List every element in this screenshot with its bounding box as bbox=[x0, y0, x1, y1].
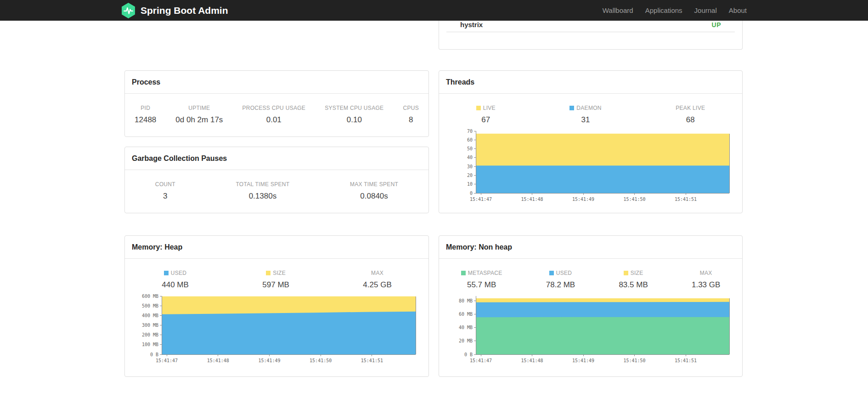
nav-item-applications[interactable]: Applications bbox=[639, 6, 688, 14]
svg-text:15:41:50: 15:41:50 bbox=[310, 358, 332, 363]
svg-text:0 B: 0 B bbox=[150, 352, 158, 357]
svg-text:15:41:48: 15:41:48 bbox=[521, 358, 543, 363]
svg-text:15:41:49: 15:41:49 bbox=[258, 358, 280, 363]
metric-nonheap-max: MAX 1.33 GB bbox=[692, 270, 720, 290]
svg-text:300 MB: 300 MB bbox=[142, 323, 158, 328]
metric-label: LIVE bbox=[476, 105, 496, 111]
memory-nonheap-area-chart: 0 B20 MB40 MB60 MB80 MB15:41:4715:41:481… bbox=[439, 292, 742, 369]
metric-threads-live: LIVE 67 bbox=[476, 105, 496, 125]
memory-heap-panel: Memory: Heap USED 440 MB SIZE 597 MB MAX… bbox=[124, 235, 429, 377]
nav-item-wallboard[interactable]: Wallboard bbox=[597, 6, 639, 14]
metric-label: MAX bbox=[692, 270, 720, 276]
svg-text:100 MB: 100 MB bbox=[142, 342, 158, 347]
metric-value: 68 bbox=[676, 115, 705, 125]
metric-value: 0d 0h 2m 17s bbox=[175, 115, 223, 125]
metric-heap-used: USED 440 MB bbox=[162, 270, 189, 290]
memory-nonheap-panel: Memory: Non heap METASPACE 55.7 MB USED … bbox=[439, 235, 743, 377]
metric-value: 83.5 MB bbox=[619, 280, 648, 290]
gc-panel-title: Garbage Collection Pauses bbox=[125, 147, 428, 170]
metric-value: 31 bbox=[569, 115, 601, 125]
svg-text:15:41:50: 15:41:50 bbox=[623, 197, 645, 202]
svg-text:40 MB: 40 MB bbox=[459, 325, 473, 330]
svg-text:15:41:49: 15:41:49 bbox=[572, 358, 594, 363]
svg-text:0: 0 bbox=[470, 191, 473, 196]
daemon-legend-swatch bbox=[569, 106, 574, 110]
used-legend-swatch bbox=[549, 271, 554, 275]
application-name[interactable]: hystrix bbox=[460, 21, 483, 28]
nonheap-panel-title: Memory: Non heap bbox=[439, 236, 742, 259]
svg-text:15:41:51: 15:41:51 bbox=[361, 358, 383, 363]
metric-label: SIZE bbox=[262, 270, 289, 276]
memory-heap-area-chart: 0 B100 MB200 MB300 MB400 MB500 MB600 MB1… bbox=[125, 292, 428, 369]
svg-text:15:41:47: 15:41:47 bbox=[470, 197, 492, 202]
nav-links: Wallboard Applications Journal About bbox=[597, 6, 747, 14]
metric-threads-daemon: DAEMON 31 bbox=[569, 105, 601, 125]
svg-text:70: 70 bbox=[467, 129, 473, 134]
svg-text:20 MB: 20 MB bbox=[459, 338, 473, 343]
metaspace-legend-swatch bbox=[461, 271, 466, 275]
metric-label: MAX bbox=[363, 270, 391, 276]
metric-label-text: SIZE bbox=[631, 270, 643, 276]
applications-status-panel: hystrix UP bbox=[439, 17, 743, 50]
metric-label: CPUS bbox=[403, 105, 419, 111]
nav-item-journal[interactable]: Journal bbox=[688, 6, 723, 14]
nav-item-about[interactable]: About bbox=[723, 6, 747, 14]
gc-pauses-panel: Garbage Collection Pauses COUNT 3 TOTAL … bbox=[124, 147, 429, 213]
metric-label: PID bbox=[135, 105, 156, 111]
metric-value: 0.1380s bbox=[236, 192, 289, 201]
metric-value: 0.0840s bbox=[350, 192, 398, 201]
size-legend-swatch bbox=[266, 271, 271, 275]
navbar: Spring Boot Admin Wallboard Applications… bbox=[0, 0, 868, 21]
metric-value: 440 MB bbox=[162, 280, 189, 290]
metric-label-text: LIVE bbox=[483, 105, 496, 111]
application-status-badge: UP bbox=[712, 21, 721, 28]
svg-text:15:41:48: 15:41:48 bbox=[521, 197, 543, 202]
metric-heap-size: SIZE 597 MB bbox=[262, 270, 289, 290]
svg-text:400 MB: 400 MB bbox=[142, 313, 158, 318]
svg-text:50: 50 bbox=[467, 146, 473, 151]
svg-text:80 MB: 80 MB bbox=[459, 298, 473, 303]
live-legend-swatch bbox=[476, 106, 481, 110]
metric-cpus: CPUS 8 bbox=[403, 105, 419, 125]
svg-text:15:41:49: 15:41:49 bbox=[572, 197, 594, 202]
metric-value: 67 bbox=[476, 115, 496, 125]
metric-uptime: UPTIME 0d 0h 2m 17s bbox=[175, 105, 223, 125]
svg-text:30: 30 bbox=[467, 164, 473, 169]
process-metrics: PID 12488 UPTIME 0d 0h 2m 17s PROCESS CP… bbox=[125, 94, 428, 125]
svg-text:600 MB: 600 MB bbox=[142, 294, 158, 299]
metric-label: DAEMON bbox=[569, 105, 601, 111]
metric-label-text: PEAK LIVE bbox=[676, 105, 705, 111]
threads-area-chart: 01020304050607015:41:4715:41:4815:41:491… bbox=[439, 127, 742, 207]
metric-label: SYSTEM CPU USAGE bbox=[325, 105, 383, 111]
metric-label: TOTAL TIME SPENT bbox=[236, 181, 289, 188]
metric-threads-peak-live: PEAK LIVE 68 bbox=[676, 105, 705, 125]
metric-value: 1.33 GB bbox=[692, 280, 720, 290]
svg-text:40: 40 bbox=[467, 155, 473, 160]
svg-text:15:41:51: 15:41:51 bbox=[675, 358, 697, 363]
svg-text:60 MB: 60 MB bbox=[459, 312, 473, 317]
navbar-container: Spring Boot Admin Wallboard Applications… bbox=[121, 0, 747, 21]
svg-text:10: 10 bbox=[467, 182, 473, 187]
metric-system-cpu-usage: SYSTEM CPU USAGE 0.10 bbox=[325, 105, 383, 125]
metric-label-text: METASPACE bbox=[468, 270, 502, 276]
process-panel-title: Process bbox=[125, 71, 428, 94]
svg-text:15:41:48: 15:41:48 bbox=[207, 358, 229, 363]
metric-label: COUNT bbox=[155, 181, 175, 188]
svg-text:200 MB: 200 MB bbox=[142, 332, 158, 337]
svg-text:500 MB: 500 MB bbox=[142, 303, 158, 308]
svg-text:60: 60 bbox=[467, 137, 473, 142]
metric-value: 12488 bbox=[135, 115, 156, 125]
metric-gc-total-time: TOTAL TIME SPENT 0.1380s bbox=[236, 181, 289, 201]
metric-metaspace: METASPACE 55.7 MB bbox=[461, 270, 502, 290]
metric-gc-max-time: MAX TIME SPENT 0.0840s bbox=[350, 181, 398, 201]
metric-value: 55.7 MB bbox=[461, 280, 502, 290]
brand[interactable]: Spring Boot Admin bbox=[121, 3, 228, 18]
svg-text:15:41:51: 15:41:51 bbox=[675, 197, 697, 202]
metric-pid: PID 12488 bbox=[135, 105, 156, 125]
svg-text:15:41:50: 15:41:50 bbox=[623, 358, 645, 363]
metric-value: 4.25 GB bbox=[363, 280, 391, 290]
metric-label-text: USED bbox=[171, 270, 187, 276]
threads-panel: Threads LIVE 67 DAEMON 31 PEAK LIVE 68 0… bbox=[439, 70, 743, 213]
threads-panel-title: Threads bbox=[439, 71, 742, 94]
metric-label: UPTIME bbox=[175, 105, 223, 111]
